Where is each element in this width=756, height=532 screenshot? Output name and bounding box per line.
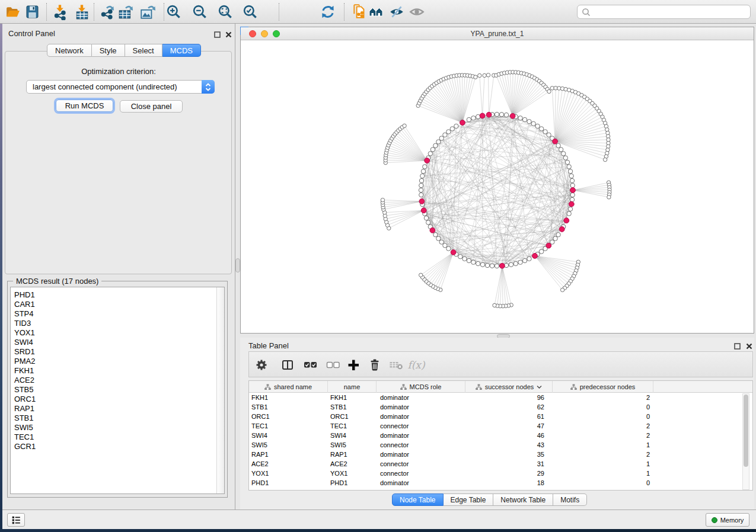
show-task-history-button[interactable]: [7, 513, 25, 527]
zoom-selected-button[interactable]: [240, 2, 260, 21]
delete-table-button[interactable]: [388, 358, 404, 372]
hide-selected-button[interactable]: [387, 2, 407, 21]
mcds-hub-node[interactable]: [532, 254, 538, 259]
table-row[interactable]: YOX1YOX1connector291: [249, 469, 752, 478]
memory-button[interactable]: Memory: [706, 513, 749, 527]
tab-mcds[interactable]: MCDS: [162, 44, 201, 57]
mcds-hub-node[interactable]: [510, 113, 515, 118]
import-table-button[interactable]: [72, 2, 92, 21]
column-header-predecessor-nodes[interactable]: predecessor nodes: [553, 381, 653, 393]
zoom-out-button[interactable]: [190, 2, 210, 21]
show-all-button[interactable]: [407, 2, 427, 21]
tab-node-table[interactable]: Node Table: [392, 493, 444, 506]
export-table-button[interactable]: [116, 2, 136, 21]
mcds-node-item[interactable]: STB5: [14, 385, 224, 395]
mcds-node-item[interactable]: PHD1: [14, 290, 224, 300]
column-header-shared-name[interactable]: shared name: [249, 381, 328, 393]
mcds-hub-node[interactable]: [430, 227, 435, 233]
mcds-node-item[interactable]: TID3: [14, 319, 224, 328]
open-session-button[interactable]: [2, 2, 23, 21]
tab-network-table[interactable]: Network Table: [493, 493, 553, 506]
mcds-result-list[interactable]: PHD1CAR1STP4TID3YOX1SWI4SRD1PMA2FKH1ACE2…: [10, 287, 225, 494]
select-all-rows-button[interactable]: [302, 358, 318, 372]
table-vertical-scrollbar[interactable]: [742, 393, 749, 490]
run-mcds-button[interactable]: Run MCDS: [56, 100, 113, 112]
table-row[interactable]: SWI5SWI5connector431: [249, 440, 752, 450]
column-header-name[interactable]: name: [328, 381, 377, 393]
scrollbar-thumb[interactable]: [744, 395, 748, 467]
column-header-MCDS-role[interactable]: MCDS role: [377, 381, 465, 393]
mcds-hub-node[interactable]: [480, 113, 485, 118]
tab-motifs[interactable]: Motifs: [553, 493, 587, 506]
export-image-button[interactable]: [138, 2, 158, 21]
unchecked-boxes-icon: [326, 358, 340, 371]
close-panel-icon[interactable]: [224, 30, 232, 39]
mcds-list-scrollbar[interactable]: [216, 287, 224, 493]
criterion-dropdown[interactable]: largest connected component (undirected): [26, 80, 215, 94]
tab-select[interactable]: Select: [125, 44, 162, 57]
mcds-hub-node[interactable]: [500, 263, 505, 268]
table-row[interactable]: TEC1TEC1connector472: [249, 421, 752, 431]
first-neighbors-button[interactable]: [367, 2, 387, 21]
cell-predecessor-nodes: 2: [553, 393, 653, 402]
table-row[interactable]: ACE2ACE2connector311: [249, 459, 752, 469]
search-input[interactable]: [591, 7, 750, 17]
vertical-splitter-handle[interactable]: [235, 258, 240, 273]
mcds-node-item[interactable]: ORC1: [14, 395, 224, 404]
mcds-hub-node[interactable]: [460, 120, 465, 126]
column-header-successor-nodes[interactable]: successor nodes: [465, 381, 553, 393]
create-column-button[interactable]: [346, 358, 361, 372]
network-window-titlebar[interactable]: YPA_prune.txt_1: [241, 27, 754, 40]
mcds-node-item[interactable]: GCR1: [14, 442, 224, 451]
mcds-node-item[interactable]: SWI4: [14, 338, 224, 347]
mcds-node-item[interactable]: STB1: [14, 414, 224, 423]
function-builder-button[interactable]: f(x): [409, 358, 424, 372]
mcds-node-item[interactable]: TEC1: [14, 432, 224, 442]
mcds-hub-node[interactable]: [486, 112, 492, 117]
mcds-node-item[interactable]: CAR1: [14, 300, 224, 309]
table-row[interactable]: RAP1RAP1dominator352: [249, 450, 752, 459]
zoom-fit-button[interactable]: [215, 2, 235, 21]
network-graph[interactable]: [241, 40, 754, 333]
mcds-hub-node[interactable]: [564, 218, 569, 223]
mcds-node-item[interactable]: ACE2: [14, 376, 224, 385]
tab-edge-table[interactable]: Edge Table: [444, 493, 494, 506]
float-panel-icon[interactable]: [213, 30, 221, 39]
tab-style[interactable]: Style: [92, 44, 125, 57]
mcds-hub-node[interactable]: [419, 199, 425, 204]
search-field[interactable]: [577, 5, 751, 19]
close-table-panel-icon[interactable]: [745, 342, 753, 350]
mcds-node-item[interactable]: RAP1: [14, 404, 224, 414]
mcds-hub-node[interactable]: [451, 250, 456, 255]
mcds-hub-node[interactable]: [569, 201, 574, 207]
tab-network[interactable]: Network: [47, 44, 92, 57]
delete-column-button[interactable]: [367, 358, 382, 372]
close-panel-button[interactable]: Close panel: [120, 100, 183, 113]
table-row[interactable]: PHD1PHD1dominator180: [249, 478, 752, 488]
save-session-button[interactable]: [22, 2, 42, 21]
table-row[interactable]: STB1STB1dominator620: [249, 402, 752, 412]
export-network-button[interactable]: [97, 2, 117, 21]
table-row[interactable]: FKH1FKH1dominator962: [249, 393, 752, 402]
zoom-in-button[interactable]: [164, 2, 184, 21]
mcds-node-item[interactable]: PMA2: [14, 357, 224, 366]
float-table-panel-icon[interactable]: [733, 342, 741, 350]
mcds-node-item[interactable]: STP4: [14, 309, 224, 319]
apply-layout-button[interactable]: [318, 2, 338, 21]
mcds-hub-node[interactable]: [559, 227, 564, 232]
mcds-node-item[interactable]: FKH1: [14, 366, 224, 376]
mcds-node-item[interactable]: SWI5: [14, 423, 224, 432]
mcds-hub-node[interactable]: [425, 158, 430, 164]
import-network-button[interactable]: [50, 2, 70, 21]
table-settings-button[interactable]: [254, 358, 269, 372]
table-row[interactable]: ORC1ORC1dominator610: [249, 412, 752, 421]
mcds-hub-node[interactable]: [570, 188, 576, 193]
table-row[interactable]: SWI4SWI4dominator462: [249, 431, 752, 440]
deselect-all-rows-button[interactable]: [325, 358, 340, 372]
mcds-node-item[interactable]: YOX1: [14, 328, 224, 338]
mcds-node-item[interactable]: SRD1: [14, 347, 224, 357]
mcds-hub-node[interactable]: [553, 139, 558, 144]
mcds-hub-node[interactable]: [546, 243, 551, 248]
mcds-hub-node[interactable]: [421, 208, 426, 213]
show-column-panel-button[interactable]: [280, 358, 295, 372]
